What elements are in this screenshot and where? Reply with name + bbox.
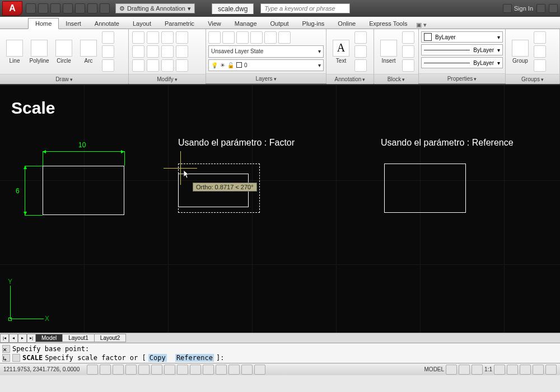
- redo-icon[interactable]: [100, 3, 110, 13]
- tpy-icon[interactable]: [228, 365, 240, 375]
- new-icon[interactable]: [26, 3, 36, 13]
- command-line[interactable]: ✕ Specify base point: ↳ SCALE Specify sc…: [0, 343, 560, 363]
- tab-plugins[interactable]: Plug-ins: [296, 18, 332, 29]
- lineweight-combo[interactable]: ByLayer▾: [421, 44, 503, 55]
- ribbon-expand-icon[interactable]: ▣ ▾: [416, 21, 427, 29]
- signin-button[interactable]: Sign In: [503, 4, 533, 13]
- saveas-icon[interactable]: [63, 3, 73, 13]
- annovis-icon[interactable]: [494, 365, 505, 375]
- infer-constraints-icon[interactable]: [87, 365, 98, 375]
- explode-icon[interactable]: [176, 45, 188, 58]
- annoscale-icon[interactable]: [472, 365, 483, 375]
- exchange-icon[interactable]: [536, 4, 545, 13]
- tool-line[interactable]: Line: [3, 40, 26, 64]
- tab-annotate[interactable]: Annotate: [88, 18, 126, 29]
- plot-icon[interactable]: [75, 3, 85, 13]
- tool-insert[interactable]: Insert: [377, 40, 400, 64]
- tab-layout1[interactable]: Layout1: [62, 334, 95, 342]
- layer-states-icon[interactable]: [222, 31, 235, 44]
- layer-lock-icon[interactable]: [264, 31, 277, 44]
- sheet-first-icon[interactable]: |◂: [0, 334, 9, 343]
- cmd-recent-icon[interactable]: [12, 354, 20, 362]
- layer-freeze-icon[interactable]: [250, 31, 263, 44]
- file-tab[interactable]: scale.dwg: [212, 3, 254, 14]
- tab-output[interactable]: Output: [264, 18, 296, 29]
- tab-insert[interactable]: Insert: [59, 18, 88, 29]
- copy-icon[interactable]: [132, 45, 144, 58]
- open-icon[interactable]: [38, 3, 48, 13]
- table-icon[interactable]: [354, 59, 367, 72]
- search-input[interactable]: [260, 3, 350, 13]
- tab-home[interactable]: Home: [28, 18, 59, 29]
- status-model[interactable]: MODEL: [424, 366, 445, 372]
- status-qv-icon[interactable]: [459, 365, 470, 375]
- layer-iso-icon[interactable]: [236, 31, 249, 44]
- cmd-close-icon[interactable]: ✕: [2, 345, 10, 353]
- trim-icon[interactable]: [161, 31, 174, 44]
- tab-expresstools[interactable]: Express Tools: [362, 18, 414, 29]
- clean-screen-icon[interactable]: [545, 365, 557, 375]
- erase-icon[interactable]: [176, 31, 188, 44]
- hatch-icon[interactable]: [102, 59, 114, 72]
- qp-icon[interactable]: [241, 365, 253, 375]
- create-block-icon[interactable]: [402, 31, 414, 44]
- tab-parametric[interactable]: Parametric: [158, 18, 201, 29]
- ungroup-icon[interactable]: [534, 31, 546, 44]
- ws-switch-icon[interactable]: [507, 365, 518, 375]
- help-icon[interactable]: [549, 4, 558, 13]
- dyn-icon[interactable]: [203, 365, 214, 375]
- save-icon[interactable]: [50, 3, 60, 13]
- edit-attr-icon[interactable]: [402, 59, 414, 72]
- sheet-last-icon[interactable]: ▸|: [27, 334, 36, 343]
- status-grid2-icon[interactable]: [446, 365, 457, 375]
- edit-block-icon[interactable]: [402, 45, 414, 58]
- cmd-opt-copy[interactable]: Copy: [148, 354, 167, 362]
- workspace-selector[interactable]: ⚙ Drafting & Annotation ▾: [115, 3, 195, 13]
- panel-modify-title[interactable]: Modify▾: [129, 74, 206, 84]
- panel-groups-title[interactable]: Groups▾: [506, 74, 559, 84]
- offset-icon[interactable]: [176, 59, 188, 72]
- layer-current-combo[interactable]: 💡 ☀ 🔓 0 ▾: [208, 59, 324, 72]
- otrack-icon[interactable]: [177, 365, 188, 375]
- snap-icon[interactable]: [100, 365, 111, 375]
- rotate-icon[interactable]: [147, 31, 159, 44]
- isolate-icon[interactable]: [533, 365, 544, 375]
- cmd-opt-reference[interactable]: Reference: [175, 354, 214, 362]
- leader-icon[interactable]: [354, 45, 367, 58]
- dimension-icon[interactable]: [354, 31, 367, 44]
- lwt-icon[interactable]: [216, 365, 227, 375]
- linetype-combo[interactable]: ByLayer▾: [421, 57, 503, 68]
- tool-group[interactable]: Group: [509, 40, 531, 64]
- tab-view[interactable]: View: [201, 18, 228, 29]
- polar-icon[interactable]: [138, 365, 150, 375]
- stretch-icon[interactable]: [132, 59, 144, 72]
- mirror-icon[interactable]: [147, 45, 159, 58]
- fillet-icon[interactable]: [161, 45, 174, 58]
- array-icon[interactable]: [161, 59, 174, 72]
- tab-layout2[interactable]: Layout2: [94, 334, 127, 342]
- ellipse-icon[interactable]: [102, 45, 114, 58]
- tab-manage[interactable]: Manage: [228, 18, 264, 29]
- group-edit-icon[interactable]: [534, 45, 546, 58]
- move-icon[interactable]: [132, 31, 144, 44]
- tab-online[interactable]: Online: [331, 18, 362, 29]
- panel-annotation-title[interactable]: Annotation▾: [326, 74, 374, 84]
- osnap3d-icon[interactable]: [164, 365, 175, 375]
- layer-off-icon[interactable]: [278, 31, 291, 44]
- layer-state-combo[interactable]: Unsaved Layer State▾: [208, 45, 324, 58]
- sc-icon[interactable]: [254, 365, 265, 375]
- scale-icon[interactable]: [147, 59, 159, 72]
- layer-prop-icon[interactable]: [208, 31, 221, 44]
- status-scale[interactable]: 1:1: [484, 366, 492, 372]
- tool-polyline[interactable]: Polyline: [28, 40, 50, 64]
- panel-layers-title[interactable]: Layers▾: [206, 73, 326, 83]
- grid-icon[interactable]: [113, 365, 124, 375]
- color-combo[interactable]: ByLayer▾: [421, 31, 503, 43]
- group-bbox-icon[interactable]: [534, 59, 546, 72]
- drawing-canvas[interactable]: Scale Usando el parámetro : Factor Usand…: [0, 84, 560, 333]
- tool-circle[interactable]: Circle: [53, 40, 75, 64]
- panel-block-title[interactable]: Block▾: [374, 74, 418, 84]
- undo-icon[interactable]: [87, 3, 97, 13]
- hardware-accel-icon[interactable]: [520, 365, 531, 375]
- ducs-icon[interactable]: [190, 365, 201, 375]
